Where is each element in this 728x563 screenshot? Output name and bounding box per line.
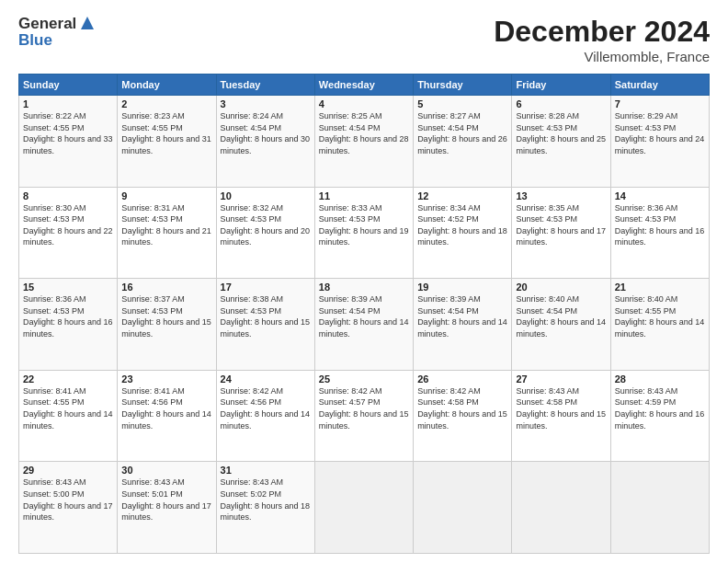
day-info: Sunrise: 8:42 AMSunset: 4:57 PMDaylight:… bbox=[319, 385, 409, 431]
calendar-day-cell: 21Sunrise: 8:40 AMSunset: 4:55 PMDayligh… bbox=[610, 279, 709, 371]
day-number: 6 bbox=[516, 98, 606, 109]
calendar-day-cell: 31Sunrise: 8:43 AMSunset: 5:02 PMDayligh… bbox=[216, 462, 314, 554]
calendar-day-cell bbox=[512, 462, 610, 554]
calendar-day-cell: 6Sunrise: 8:28 AMSunset: 4:53 PMDaylight… bbox=[512, 96, 610, 188]
day-number: 30 bbox=[121, 465, 211, 476]
day-info: Sunrise: 8:22 AMSunset: 4:55 PMDaylight:… bbox=[23, 110, 113, 156]
day-number: 18 bbox=[319, 282, 409, 293]
day-info: Sunrise: 8:41 AMSunset: 4:55 PMDaylight:… bbox=[23, 385, 113, 431]
day-info: Sunrise: 8:41 AMSunset: 4:56 PMDaylight:… bbox=[121, 385, 211, 431]
calendar-day-cell: 8Sunrise: 8:30 AMSunset: 4:53 PMDaylight… bbox=[19, 187, 118, 279]
calendar-day-cell: 23Sunrise: 8:41 AMSunset: 4:56 PMDayligh… bbox=[118, 370, 216, 462]
day-info: Sunrise: 8:43 AMSunset: 5:00 PMDaylight:… bbox=[23, 477, 113, 523]
day-info: Sunrise: 8:24 AMSunset: 4:54 PMDaylight:… bbox=[221, 110, 311, 156]
day-of-week-header: Tuesday bbox=[216, 75, 314, 96]
calendar-day-cell: 28Sunrise: 8:43 AMSunset: 4:59 PMDayligh… bbox=[610, 370, 709, 462]
day-info: Sunrise: 8:40 AMSunset: 4:55 PMDaylight:… bbox=[615, 293, 705, 339]
day-info: Sunrise: 8:34 AMSunset: 4:52 PMDaylight:… bbox=[417, 202, 507, 248]
day-number: 3 bbox=[221, 98, 311, 109]
day-number: 5 bbox=[417, 98, 507, 109]
day-info: Sunrise: 8:30 AMSunset: 4:53 PMDaylight:… bbox=[23, 202, 113, 248]
day-number: 26 bbox=[417, 373, 507, 385]
day-info: Sunrise: 8:42 AMSunset: 4:58 PMDaylight:… bbox=[417, 385, 507, 431]
calendar-day-cell: 13Sunrise: 8:35 AMSunset: 4:53 PMDayligh… bbox=[512, 187, 610, 279]
day-of-week-header: Friday bbox=[512, 75, 610, 96]
day-number: 1 bbox=[23, 98, 113, 109]
day-info: Sunrise: 8:25 AMSunset: 4:54 PMDaylight:… bbox=[319, 110, 409, 156]
calendar-day-cell: 5Sunrise: 8:27 AMSunset: 4:54 PMDaylight… bbox=[414, 96, 512, 188]
calendar-day-cell bbox=[314, 462, 413, 554]
day-number: 20 bbox=[516, 282, 606, 293]
day-info: Sunrise: 8:23 AMSunset: 4:55 PMDaylight:… bbox=[121, 110, 211, 156]
day-number: 8 bbox=[23, 190, 113, 201]
calendar-day-cell: 10Sunrise: 8:32 AMSunset: 4:53 PMDayligh… bbox=[216, 187, 314, 279]
calendar-day-cell: 19Sunrise: 8:39 AMSunset: 4:54 PMDayligh… bbox=[414, 279, 512, 371]
calendar-day-cell: 17Sunrise: 8:38 AMSunset: 4:53 PMDayligh… bbox=[216, 279, 314, 371]
day-info: Sunrise: 8:37 AMSunset: 4:53 PMDaylight:… bbox=[121, 293, 211, 339]
calendar-day-cell: 3Sunrise: 8:24 AMSunset: 4:54 PMDaylight… bbox=[216, 96, 314, 188]
calendar-day-cell bbox=[610, 462, 709, 554]
day-info: Sunrise: 8:39 AMSunset: 4:54 PMDaylight:… bbox=[417, 293, 507, 339]
page: General Blue December 2024 Villemomble, … bbox=[0, 0, 728, 563]
logo-text: General bbox=[18, 15, 76, 33]
day-number: 11 bbox=[319, 190, 409, 201]
calendar-day-cell: 16Sunrise: 8:37 AMSunset: 4:53 PMDayligh… bbox=[118, 279, 216, 371]
calendar-day-cell: 27Sunrise: 8:43 AMSunset: 4:58 PMDayligh… bbox=[512, 370, 610, 462]
day-of-week-header: Wednesday bbox=[314, 75, 413, 96]
day-number: 15 bbox=[23, 282, 113, 293]
calendar-day-cell: 26Sunrise: 8:42 AMSunset: 4:58 PMDayligh… bbox=[414, 370, 512, 462]
calendar-day-cell: 30Sunrise: 8:43 AMSunset: 5:01 PMDayligh… bbox=[118, 462, 216, 554]
day-number: 10 bbox=[221, 190, 311, 201]
calendar-week-row: 8Sunrise: 8:30 AMSunset: 4:53 PMDaylight… bbox=[19, 187, 710, 279]
day-info: Sunrise: 8:38 AMSunset: 4:53 PMDaylight:… bbox=[221, 293, 311, 339]
day-number: 17 bbox=[221, 282, 311, 293]
day-info: Sunrise: 8:43 AMSunset: 4:58 PMDaylight:… bbox=[516, 385, 606, 431]
day-of-week-header: Saturday bbox=[610, 75, 709, 96]
day-number: 14 bbox=[615, 190, 705, 201]
calendar-day-cell: 12Sunrise: 8:34 AMSunset: 4:52 PMDayligh… bbox=[414, 187, 512, 279]
calendar-body: 1Sunrise: 8:22 AMSunset: 4:55 PMDaylight… bbox=[19, 96, 710, 554]
day-number: 29 bbox=[23, 465, 113, 476]
day-number: 2 bbox=[121, 98, 211, 109]
calendar: SundayMondayTuesdayWednesdayThursdayFrid… bbox=[18, 74, 710, 554]
day-number: 25 bbox=[319, 373, 409, 385]
day-number: 23 bbox=[121, 373, 211, 385]
calendar-day-cell: 7Sunrise: 8:29 AMSunset: 4:53 PMDaylight… bbox=[610, 96, 709, 188]
day-info: Sunrise: 8:29 AMSunset: 4:53 PMDaylight:… bbox=[615, 110, 705, 156]
calendar-day-cell bbox=[414, 462, 512, 554]
day-number: 28 bbox=[615, 373, 705, 385]
location-title: Villemomble, France bbox=[494, 49, 710, 64]
logo-blue-text: Blue bbox=[18, 31, 97, 50]
calendar-day-cell: 4Sunrise: 8:25 AMSunset: 4:54 PMDaylight… bbox=[314, 96, 413, 188]
day-number: 24 bbox=[221, 373, 311, 385]
day-number: 9 bbox=[121, 190, 211, 201]
calendar-day-cell: 25Sunrise: 8:42 AMSunset: 4:57 PMDayligh… bbox=[314, 370, 413, 462]
logo: General Blue bbox=[18, 15, 97, 50]
day-info: Sunrise: 8:42 AMSunset: 4:56 PMDaylight:… bbox=[221, 385, 311, 431]
day-info: Sunrise: 8:33 AMSunset: 4:53 PMDaylight:… bbox=[319, 202, 409, 248]
calendar-day-cell: 14Sunrise: 8:36 AMSunset: 4:53 PMDayligh… bbox=[610, 187, 709, 279]
calendar-day-cell: 20Sunrise: 8:40 AMSunset: 4:54 PMDayligh… bbox=[512, 279, 610, 371]
calendar-day-cell: 24Sunrise: 8:42 AMSunset: 4:56 PMDayligh… bbox=[216, 370, 314, 462]
day-number: 19 bbox=[417, 282, 507, 293]
calendar-day-cell: 22Sunrise: 8:41 AMSunset: 4:55 PMDayligh… bbox=[19, 370, 118, 462]
calendar-day-cell: 11Sunrise: 8:33 AMSunset: 4:53 PMDayligh… bbox=[314, 187, 413, 279]
day-info: Sunrise: 8:31 AMSunset: 4:53 PMDaylight:… bbox=[121, 202, 211, 248]
day-of-week-header: Monday bbox=[118, 75, 216, 96]
day-info: Sunrise: 8:27 AMSunset: 4:54 PMDaylight:… bbox=[417, 110, 507, 156]
day-info: Sunrise: 8:43 AMSunset: 5:02 PMDaylight:… bbox=[221, 477, 311, 523]
day-info: Sunrise: 8:43 AMSunset: 5:01 PMDaylight:… bbox=[121, 477, 211, 523]
svg-marker-0 bbox=[81, 17, 94, 29]
day-number: 27 bbox=[516, 373, 606, 385]
day-info: Sunrise: 8:40 AMSunset: 4:54 PMDaylight:… bbox=[516, 293, 606, 339]
day-number: 4 bbox=[319, 98, 409, 109]
calendar-day-cell: 29Sunrise: 8:43 AMSunset: 5:00 PMDayligh… bbox=[19, 462, 118, 554]
day-number: 16 bbox=[121, 282, 211, 293]
day-number: 12 bbox=[417, 190, 507, 201]
day-info: Sunrise: 8:35 AMSunset: 4:53 PMDaylight:… bbox=[516, 202, 606, 248]
calendar-day-cell: 1Sunrise: 8:22 AMSunset: 4:55 PMDaylight… bbox=[19, 96, 118, 188]
day-info: Sunrise: 8:39 AMSunset: 4:54 PMDaylight:… bbox=[319, 293, 409, 339]
logo-icon bbox=[77, 13, 97, 33]
title-area: December 2024 Villemomble, France bbox=[494, 15, 710, 64]
day-of-week-header: Sunday bbox=[19, 75, 118, 96]
